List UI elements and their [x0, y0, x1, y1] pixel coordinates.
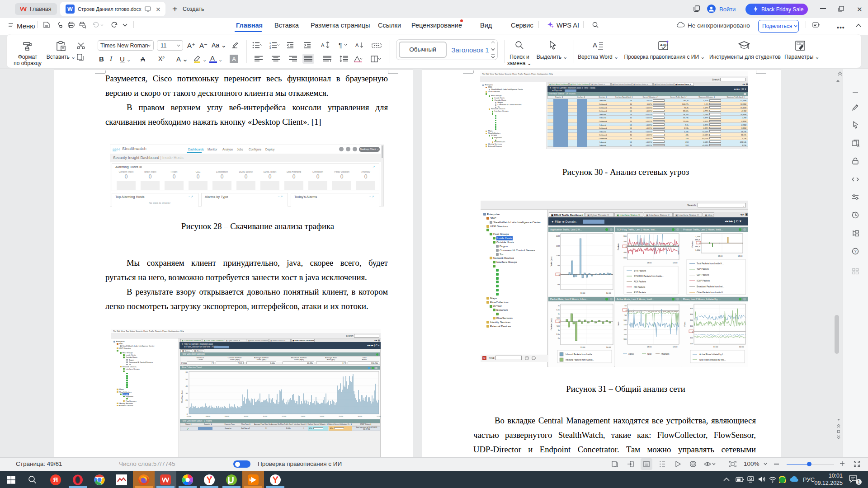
svg-text:100: 100 [623, 319, 627, 321]
svg-text:800: 800 [623, 235, 627, 237]
svg-text:400: 400 [690, 307, 693, 310]
svg-text:13:00: 13:00 [647, 262, 652, 264]
svg-text:20: 20 [186, 399, 188, 401]
svg-text:16:00: 16:00 [358, 415, 363, 418]
svg-text:200: 200 [623, 328, 627, 331]
svg-text:?: ? [854, 249, 857, 253]
svg-text:13:00: 13:00 [580, 346, 585, 348]
svg-text:11:00: 11:00 [263, 415, 267, 418]
svg-text:1,5k: 1,5k [556, 333, 560, 335]
svg-text:1k: 1k [558, 329, 560, 331]
svg-text:1,43M: 1,43M [695, 249, 700, 251]
svg-text:488,2k: 488,2k [695, 239, 700, 241]
svg-text:10M: 10M [556, 254, 560, 257]
svg-text:Active Flows Initiated by I...: Active Flows Initiated by I... [699, 353, 725, 356]
svg-text:Other Packets from Inside H...: Other Packets from Inside H... [697, 291, 725, 294]
svg-text:14:00: 14:00 [739, 346, 744, 348]
svg-text:Flows: Flows [684, 322, 686, 327]
svg-text:800: 800 [623, 257, 627, 259]
svg-text:14:00: 14:00 [673, 346, 678, 348]
svg-text:20M: 20M [556, 235, 560, 237]
svg-text:50: 50 [186, 378, 188, 380]
svg-text:10: 10 [186, 406, 188, 408]
svg-text:RST Packets: RST Packets [634, 291, 646, 294]
svg-text:New: New [647, 353, 652, 355]
svg-text:Active: Active [628, 353, 634, 355]
svg-text:200: 200 [690, 343, 693, 345]
svg-text:14:00: 14:00 [673, 262, 678, 264]
svg-text:ICMP Packets: ICMP Packets [697, 280, 710, 282]
svg-text:100: 100 [690, 325, 693, 327]
svg-text:10:00: 10:00 [244, 415, 249, 418]
svg-text:TCP Packets: TCP Packets [697, 268, 709, 270]
svg-text:13:00: 13:00 [713, 346, 718, 348]
svg-text:500: 500 [557, 325, 560, 327]
svg-text:09:00: 09:00 [225, 415, 230, 418]
svg-text:FIN Packets: FIN Packets [634, 286, 646, 288]
svg-text:08:00: 08:00 [206, 415, 211, 418]
svg-text:14:00: 14:00 [320, 415, 325, 418]
svg-text:5M: 5M [557, 283, 560, 286]
svg-text:Broadcast Packets from Insi...: Broadcast Packets from Insi... [697, 286, 724, 288]
svg-text:250: 250 [623, 333, 627, 336]
svg-text:3: 3 [269, 47, 271, 49]
svg-text:15M: 15M [556, 245, 560, 247]
svg-text:A: A [321, 42, 325, 48]
svg-text:07:00: 07:00 [187, 415, 192, 418]
svg-text:1,43M: 1,43M [695, 235, 700, 238]
svg-text:1,5k: 1,5k [556, 309, 560, 311]
svg-text:400: 400 [623, 251, 627, 253]
svg-text:A: A [593, 41, 597, 49]
svg-text:New Flows Initiated by Insi...: New Flows Initiated by Insi... [699, 359, 726, 361]
svg-text:300: 300 [690, 313, 693, 315]
svg-text:12:00: 12:00 [282, 415, 287, 418]
svg-text:1k: 1k [558, 313, 560, 315]
svg-text:Inbound Packets from Outsid...: Inbound Packets from Outsid... [566, 359, 594, 361]
svg-text:UDP Packets: UDP Packets [697, 274, 709, 276]
svg-text:488,2k: 488,2k [695, 245, 700, 248]
svg-text:15:00: 15:00 [339, 415, 344, 418]
svg-text:Packets: Packets [617, 244, 619, 250]
svg-text:Total Packets from Inside H...: Total Packets from Inside H... [697, 263, 724, 265]
svg-text:А: А [355, 42, 359, 48]
svg-text:40: 40 [186, 385, 188, 387]
svg-text:13:00: 13:00 [580, 292, 585, 294]
svg-text:13:00: 13:00 [647, 346, 652, 348]
svg-text:ACK Packets: ACK Packets [634, 281, 646, 283]
svg-text:300: 300 [623, 338, 627, 340]
svg-text:13:00: 13:00 [301, 415, 306, 418]
svg-text:Packets: Packets [691, 241, 693, 248]
svg-text:5M: 5M [557, 264, 560, 267]
svg-text:100: 100 [690, 337, 693, 339]
svg-text:cisco: cisco [113, 150, 116, 151]
svg-text:500: 500 [557, 317, 560, 319]
svg-text:Packets (pps): Packets (pps) [550, 319, 552, 330]
svg-text:ABC: ABC [660, 43, 668, 47]
svg-text:30: 30 [186, 392, 188, 394]
svg-text:400: 400 [623, 240, 627, 243]
svg-text:150: 150 [623, 324, 627, 326]
svg-text:Inbound Packets from Inside...: Inbound Packets from Inside... [566, 353, 594, 356]
svg-text:2k: 2k [558, 337, 560, 339]
svg-text:60: 60 [186, 371, 188, 373]
svg-text:50: 50 [625, 314, 627, 316]
svg-text:Traffic (bps): Traffic (bps) [550, 256, 552, 267]
svg-text:17:00: 17:00 [377, 415, 381, 418]
svg-text:SYN Packets: SYN Packets [634, 270, 646, 272]
svg-text:Flow Rate (fps): Flow Rate (fps) [181, 390, 183, 403]
svg-text:2k: 2k [558, 305, 560, 307]
svg-text:Hosts: Hosts [617, 322, 619, 327]
svg-text:200: 200 [690, 319, 693, 321]
svg-text:14:00: 14:00 [606, 346, 611, 348]
svg-text:14:00: 14:00 [606, 292, 611, 294]
svg-text:¶: ¶ [339, 42, 342, 49]
svg-text:SYN/ACK Packets from Inside...: SYN/ACK Packets from Inside... [634, 275, 664, 277]
svg-text:50: 50 [625, 305, 627, 307]
svg-text:Phantom: Phantom [661, 353, 670, 355]
svg-text:14:00: 14:00 [738, 255, 743, 257]
svg-text:13:00: 13:00 [718, 255, 723, 257]
